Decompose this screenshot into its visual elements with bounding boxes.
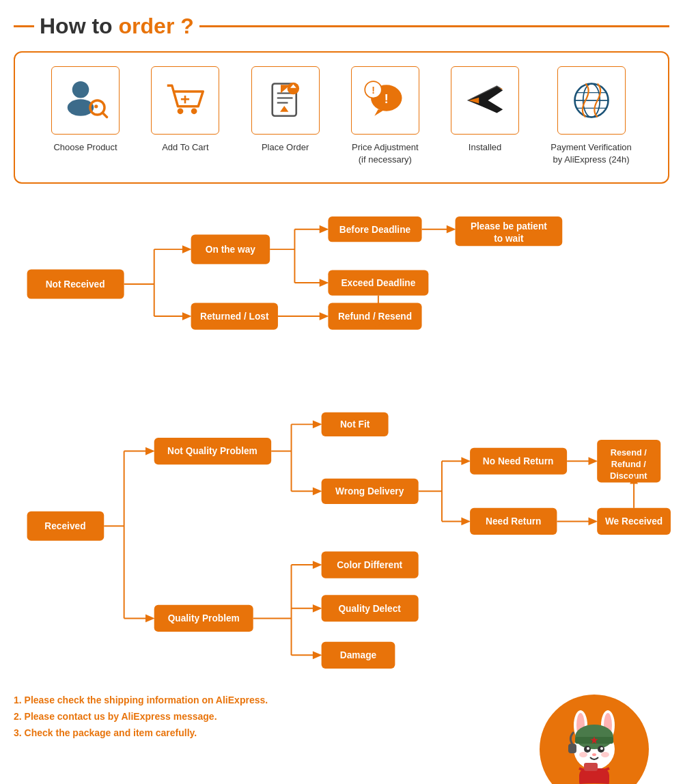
- svg-point-5: [178, 108, 184, 114]
- svg-point-130: [600, 747, 603, 750]
- step-choose-product: Choose Product: [51, 66, 120, 154]
- svg-marker-56: [320, 313, 329, 321]
- svg-text:No Need Return: No Need Return: [483, 457, 554, 467]
- svg-text:Quality Delect: Quality Delect: [338, 604, 401, 614]
- received-svg: Received Not Quality Problem Not Fit Wro…: [14, 391, 669, 678]
- svg-text:Quality Problem: Quality Problem: [168, 614, 240, 624]
- installed-label: Installed: [469, 141, 501, 154]
- cart-icon: [161, 76, 209, 124]
- svg-marker-116: [313, 652, 322, 660]
- bottom-section: 1. Please check the shipping information…: [14, 695, 669, 784]
- svg-text:Not Quality Problem: Not Quality Problem: [167, 447, 257, 457]
- page-title: How to order ?: [40, 14, 194, 39]
- svg-text:Returned / Lost: Returned / Lost: [200, 311, 269, 322]
- svg-line-3: [102, 113, 107, 117]
- tips-section: 1. Please check the shipping information…: [14, 695, 519, 744]
- svg-text:Damage: Damage: [340, 651, 377, 661]
- place-order-icon-box: [251, 66, 320, 135]
- choose-product-label: Choose Product: [53, 141, 117, 154]
- mascot-area: If you have any else requirements,you co…: [519, 695, 669, 784]
- not-received-flowchart: Not Received On the way Before Deadline …: [14, 204, 669, 378]
- document-upload-icon: [262, 76, 309, 124]
- svg-marker-96: [588, 518, 598, 526]
- svg-text:!: !: [384, 92, 388, 106]
- svg-marker-13: [280, 106, 288, 112]
- step-place-order: Place Order: [251, 66, 320, 154]
- svg-text:Not Received: Not Received: [46, 279, 105, 290]
- choose-product-icon-box: [51, 66, 120, 135]
- chat-alert-icon: ! !: [361, 76, 409, 124]
- airplane-icon: [461, 76, 509, 124]
- svg-rect-136: [584, 763, 598, 771]
- svg-point-6: [191, 108, 197, 114]
- svg-text:Exceed Deadline: Exceed Deadline: [341, 278, 415, 288]
- svg-text:!: !: [372, 85, 375, 96]
- svg-text:Before Deadline: Before Deadline: [339, 225, 411, 235]
- order-steps-box: Choose Product Add To Cart: [14, 51, 669, 184]
- tip-1: 1. Please check the shipping information…: [14, 695, 505, 705]
- svg-rect-135: [568, 744, 576, 753]
- svg-text:Discount: Discount: [610, 471, 647, 481]
- payment-verification-label: Payment Verificationby AliExpress (24h): [550, 141, 632, 166]
- svg-marker-112: [313, 604, 322, 613]
- title-highlight: order ?: [119, 14, 194, 38]
- svg-text:to wait: to wait: [494, 234, 524, 244]
- page-header: How to order ?: [14, 14, 669, 39]
- svg-marker-47: [320, 279, 329, 288]
- add-to-cart-icon-box: [151, 66, 219, 135]
- svg-text:On the way: On the way: [206, 244, 255, 255]
- svg-text:Color Different: Color Different: [337, 560, 402, 570]
- svg-marker-42: [447, 225, 456, 234]
- svg-point-129: [587, 747, 589, 750]
- svg-point-132: [601, 752, 609, 757]
- svg-marker-76: [313, 488, 322, 496]
- svg-point-133: [592, 753, 596, 756]
- header-line-left: [14, 25, 34, 27]
- svg-text:Received: Received: [44, 522, 85, 532]
- svg-point-131: [579, 752, 587, 757]
- not-received-svg: Not Received On the way Before Deadline …: [14, 211, 669, 361]
- step-payment-verification: Payment Verificationby AliExpress (24h): [550, 66, 632, 166]
- svg-marker-66: [145, 447, 155, 456]
- globe-icon: [568, 76, 615, 124]
- step-installed: Installed: [451, 66, 519, 154]
- tip-2: 2. Please contact us by AliExpress messa…: [14, 711, 505, 722]
- svg-text:Need Return: Need Return: [486, 517, 541, 527]
- tip-3: 3. Check the package and item carefully.: [14, 727, 505, 738]
- svg-point-0: [72, 81, 89, 98]
- svg-marker-32: [182, 246, 192, 254]
- installed-icon-box: [451, 66, 519, 135]
- svg-text:We Received: We Received: [605, 517, 663, 527]
- received-flowchart: Received Not Quality Problem Not Fit Wro…: [14, 391, 669, 681]
- svg-text:Please be patient: Please be patient: [471, 221, 547, 232]
- svg-marker-86: [588, 458, 598, 466]
- header-line-right: [199, 25, 669, 27]
- svg-point-4: [94, 104, 98, 108]
- place-order-label: Place Order: [262, 141, 309, 154]
- step-add-to-cart: Add To Cart: [151, 66, 219, 154]
- svg-marker-82: [461, 458, 471, 466]
- svg-text:Resend /: Resend /: [611, 448, 647, 458]
- svg-marker-92: [461, 518, 471, 526]
- price-adjustment-icon-box: ! !: [351, 66, 419, 135]
- step-price-adjustment: ! ! Price Adjustment(if necessary): [351, 66, 419, 166]
- add-to-cart-label: Add To Cart: [162, 141, 208, 154]
- svg-marker-18: [374, 109, 384, 116]
- payment-verification-icon-box: [557, 66, 626, 135]
- mascot-circle: [540, 695, 649, 784]
- mascot-icon: [546, 701, 642, 784]
- svg-marker-52: [182, 313, 192, 321]
- svg-marker-72: [313, 421, 322, 429]
- svg-marker-108: [313, 561, 322, 570]
- svg-marker-102: [145, 615, 155, 623]
- price-adjustment-label: Price Adjustment(if necessary): [352, 141, 419, 166]
- svg-text:Refund /: Refund /: [611, 459, 646, 469]
- svg-text:Wrong Delivery: Wrong Delivery: [335, 487, 404, 497]
- svg-marker-38: [320, 225, 329, 234]
- svg-text:Not Fit: Not Fit: [340, 420, 370, 430]
- person-search-icon: [61, 76, 109, 124]
